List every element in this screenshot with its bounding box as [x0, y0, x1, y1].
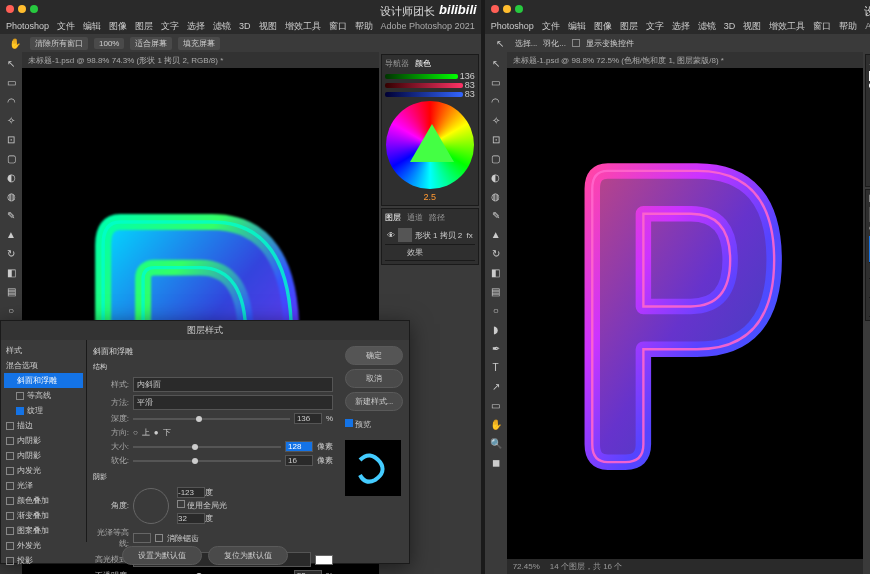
crop-tool[interactable]: ⊡ — [2, 130, 20, 148]
gradient-tool[interactable]: ▤ — [2, 282, 20, 300]
size-input[interactable] — [285, 441, 313, 452]
reset-default-button[interactable]: 复位为默认值 — [208, 546, 288, 565]
menu-select[interactable]: 选择 — [187, 20, 205, 33]
depth-slider[interactable] — [133, 418, 290, 420]
document-tab[interactable]: 未标题-1.psd @ 98.8% 72.5% (色相/饱和度 1, 图层蒙版/… — [507, 52, 864, 68]
altitude-input[interactable] — [177, 513, 205, 524]
style-innerglow[interactable]: 内发光 — [4, 463, 83, 478]
opt-fill[interactable]: 填充屏幕 — [178, 37, 220, 50]
brush-tool[interactable]: ✎ — [2, 206, 20, 224]
color-b[interactable]: 83 — [465, 89, 475, 99]
size-slider[interactable] — [133, 446, 281, 448]
style-satin[interactable]: 光泽 — [4, 478, 83, 493]
style-blend[interactable]: 混合选项 — [4, 358, 83, 373]
menu-plugins[interactable]: 增效工具 — [769, 20, 805, 33]
blur-tool[interactable]: ○ — [487, 301, 505, 319]
zoom-level[interactable]: 72.45% — [513, 562, 540, 571]
opt-clear-windows[interactable]: 清除所有窗口 — [30, 37, 88, 50]
eyedrop-tool[interactable]: ◐ — [2, 168, 20, 186]
menu-type[interactable]: 文字 — [161, 20, 179, 33]
style-stroke[interactable]: 描边 — [4, 418, 83, 433]
menu-image[interactable]: 图像 — [109, 20, 127, 33]
stamp-tool[interactable]: ▲ — [2, 225, 20, 243]
style-patternoverlay[interactable]: 图案叠加 — [4, 523, 83, 538]
move-tool[interactable]: ↖ — [487, 54, 505, 72]
bevel-style-dd[interactable]: 内斜面 — [133, 377, 333, 392]
frame-tool[interactable]: ▢ — [487, 149, 505, 167]
heal-tool[interactable]: ◍ — [2, 187, 20, 205]
menu-edit[interactable]: 编辑 — [83, 20, 101, 33]
style-bevel[interactable]: 斜面和浮雕 — [4, 373, 83, 388]
wand-tool[interactable]: ✧ — [2, 111, 20, 129]
set-default-button[interactable]: 设置为默认值 — [122, 546, 202, 565]
menu-view[interactable]: 视图 — [743, 20, 761, 33]
window-controls[interactable] — [6, 5, 38, 13]
menu-photoshop[interactable]: Photoshop — [491, 21, 534, 31]
menu-photoshop[interactable]: Photoshop — [6, 21, 49, 31]
angle-dial[interactable] — [133, 488, 169, 524]
canvas[interactable] — [507, 68, 864, 559]
lasso-tool[interactable]: ◠ — [2, 92, 20, 110]
window-controls[interactable] — [491, 5, 523, 13]
frame-tool[interactable]: ▢ — [2, 149, 20, 167]
color-wheel[interactable] — [386, 101, 474, 189]
menu-3d[interactable]: 3D — [239, 21, 251, 31]
angle-input[interactable] — [177, 487, 205, 498]
heal-tool[interactable]: ◍ — [487, 187, 505, 205]
layer-fx[interactable]: 效果 — [385, 245, 475, 261]
stamp-tool[interactable]: ▲ — [487, 225, 505, 243]
pen-tool[interactable]: ✒ — [487, 339, 505, 357]
menu-help[interactable]: 帮助 — [355, 20, 373, 33]
layer-item[interactable]: 👁形状 1 拷贝 2fx — [385, 226, 475, 245]
history-tool[interactable]: ↻ — [2, 244, 20, 262]
menu-edit[interactable]: 编辑 — [568, 20, 586, 33]
ok-button[interactable]: 确定 — [345, 346, 403, 365]
move-tool-icon[interactable]: ↖ — [491, 34, 509, 52]
menu-window[interactable]: 窗口 — [329, 20, 347, 33]
tab-paths[interactable]: 路径 — [429, 212, 445, 223]
depth-input[interactable] — [294, 413, 322, 424]
opt-100[interactable]: 100% — [94, 38, 124, 49]
blur-tool[interactable]: ○ — [2, 301, 20, 319]
style-outerglow[interactable]: 外发光 — [4, 538, 83, 553]
menu-file[interactable]: 文件 — [57, 20, 75, 33]
path-tool[interactable]: ↗ — [487, 377, 505, 395]
newstyle-button[interactable]: 新建样式... — [345, 392, 403, 411]
tab-navigator[interactable]: 导航器 — [385, 58, 409, 69]
hand-tool-icon[interactable]: ✋ — [6, 34, 24, 52]
marquee-tool[interactable]: ▭ — [487, 73, 505, 91]
menu-select[interactable]: 选择 — [672, 20, 690, 33]
soften-input[interactable] — [285, 455, 313, 466]
lasso-tool[interactable]: ◠ — [487, 92, 505, 110]
style-innershadow1[interactable]: 内阴影 — [4, 433, 83, 448]
history-tool[interactable]: ↻ — [487, 244, 505, 262]
style-gradoverlay[interactable]: 渐变叠加 — [4, 508, 83, 523]
style-texture[interactable]: 纹理 — [4, 403, 83, 418]
soften-slider[interactable] — [133, 460, 281, 462]
style-dropshadow[interactable]: 投影 — [4, 553, 83, 568]
crop-tool[interactable]: ⊡ — [487, 130, 505, 148]
shape-tool[interactable]: ▭ — [487, 396, 505, 414]
menu-window[interactable]: 窗口 — [813, 20, 831, 33]
type-tool[interactable]: T — [487, 358, 505, 376]
hl-opacity-input[interactable] — [294, 570, 322, 574]
eyedrop-tool[interactable]: ◐ — [487, 168, 505, 186]
menu-layer[interactable]: 图层 — [135, 20, 153, 33]
brush-tool[interactable]: ✎ — [487, 206, 505, 224]
menu-layer[interactable]: 图层 — [620, 20, 638, 33]
eraser-tool[interactable]: ◧ — [487, 263, 505, 281]
gloss-contour[interactable] — [133, 533, 151, 543]
menu-3d[interactable]: 3D — [724, 21, 736, 31]
menu-filter[interactable]: 滤镜 — [698, 20, 716, 33]
style-coloroverlay[interactable]: 颜色叠加 — [4, 493, 83, 508]
menu-image[interactable]: 图像 — [594, 20, 612, 33]
eraser-tool[interactable]: ◧ — [2, 263, 20, 281]
cancel-button[interactable]: 取消 — [345, 369, 403, 388]
hand-tool[interactable]: ✋ — [487, 415, 505, 433]
document-tab[interactable]: 未标题-1.psd @ 98.8% 74.3% (形状 1 拷贝 2, RGB/… — [22, 52, 379, 68]
tab-channels[interactable]: 通道 — [407, 212, 423, 223]
tab-color[interactable]: 颜色 — [415, 58, 431, 69]
menu-help[interactable]: 帮助 — [839, 20, 857, 33]
move-tool[interactable]: ↖ — [2, 54, 20, 72]
menu-plugins[interactable]: 增效工具 — [285, 20, 321, 33]
